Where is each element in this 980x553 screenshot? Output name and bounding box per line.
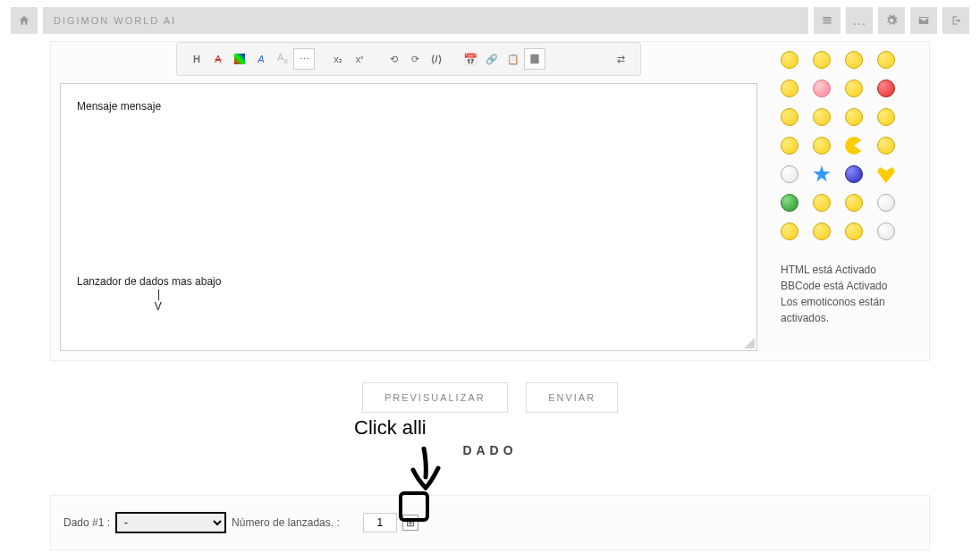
link-button[interactable]: 🔗 xyxy=(481,48,503,70)
emoji-skull[interactable] xyxy=(781,165,798,183)
font-button[interactable]: A xyxy=(207,48,229,70)
resize-handle-icon[interactable] xyxy=(744,338,755,348)
editor-status: HTML está Activado BBCode está Activado … xyxy=(781,262,925,326)
breadcrumb-text: DIGIMON WORLD AI xyxy=(54,15,176,26)
emoji-ball[interactable] xyxy=(845,165,863,183)
emoji-panel: HTML está Activado BBCode está Activado … xyxy=(777,42,929,360)
emoji-pacman[interactable] xyxy=(845,137,863,155)
throws-input[interactable] xyxy=(363,513,397,532)
status-bbcode: BBCode está Activado xyxy=(781,278,925,294)
redo-button[interactable]: ⟳ xyxy=(404,48,426,70)
ellipsis-icon: … xyxy=(852,13,866,29)
dice-select[interactable]: - xyxy=(115,512,226,533)
svg-rect-0 xyxy=(530,54,538,64)
dice-row: Dado #1 : - Número de lanzadas. : ⊞ xyxy=(50,495,930,550)
more-format-button[interactable]: ⋯ xyxy=(293,48,315,70)
more-button[interactable]: … xyxy=(846,7,873,34)
top-bar: DIGIMON WORLD AI … xyxy=(0,0,980,41)
action-row: PREVISUALIZAR ENVIAR xyxy=(50,361,930,434)
source-mode-button[interactable] xyxy=(524,48,545,70)
emoji-star[interactable] xyxy=(813,165,831,183)
undo-button[interactable]: ⟲ xyxy=(383,48,404,70)
color-button[interactable] xyxy=(229,48,250,70)
clear-format-button[interactable]: Ax xyxy=(272,48,293,70)
emoji-dizzy[interactable] xyxy=(813,194,831,212)
emoji-idea[interactable] xyxy=(813,137,831,155)
dice-label: Dado #1 : xyxy=(63,516,110,529)
emoji-grin[interactable] xyxy=(813,51,831,69)
emoji-sad[interactable] xyxy=(845,80,863,97)
emoji-blush[interactable] xyxy=(813,80,831,97)
header-button[interactable]: H xyxy=(186,48,207,70)
emoji-exclaim[interactable] xyxy=(877,108,895,126)
editor-container: Mensaje mensaje Lanzador de dados mas ab… xyxy=(60,83,757,351)
superscript-button[interactable]: x² xyxy=(349,48,370,70)
dice-section: Click alli DADO Dado #1 : - Número de la… xyxy=(50,443,930,550)
emoji-cat[interactable] xyxy=(781,108,798,126)
list-button[interactable] xyxy=(814,7,841,34)
emoji-meh[interactable] xyxy=(877,137,895,155)
emoji-heart[interactable] xyxy=(877,165,895,183)
mail-button[interactable] xyxy=(910,7,937,34)
message-textarea[interactable]: Mensaje mensaje Lanzador de dados mas ab… xyxy=(61,84,756,350)
paste-button[interactable]: 📋 xyxy=(503,48,524,70)
breadcrumb[interactable]: DIGIMON WORLD AI xyxy=(43,7,808,34)
emoji-cool[interactable] xyxy=(877,51,895,69)
header-actions: … xyxy=(814,7,969,34)
preview-button[interactable]: PREVISUALIZAR xyxy=(362,382,508,413)
subscript-button[interactable]: x₂ xyxy=(327,48,349,70)
emoji-laugh[interactable] xyxy=(845,51,863,69)
switch-mode-button[interactable]: ⇄ xyxy=(610,48,631,70)
emoji-question[interactable] xyxy=(781,137,798,155)
emoji-wink[interactable] xyxy=(781,222,798,240)
emoji-clock[interactable] xyxy=(877,194,895,212)
emoji-cry[interactable] xyxy=(845,222,863,240)
emoji-sick[interactable] xyxy=(781,194,798,212)
date-button[interactable]: 📅 xyxy=(460,48,481,70)
status-emoticons: Los emoticonos están activados. xyxy=(781,294,925,326)
settings-button[interactable] xyxy=(878,7,905,34)
emoji-angry[interactable] xyxy=(877,80,895,97)
throws-label: Número de lanzadas. : xyxy=(232,516,340,529)
editor-toolbar: H A A Ax ⋯ x₂ x² ⟲ ⟳ ⟨/⟩ xyxy=(176,42,641,76)
code-button[interactable]: ⟨/⟩ xyxy=(426,48,447,70)
send-button[interactable]: ENVIAR xyxy=(526,382,618,413)
editor-section: H A A Ax ⋯ x₂ x² ⟲ ⟳ ⟨/⟩ xyxy=(50,41,930,361)
add-dice-button[interactable]: ⊞ xyxy=(402,515,418,531)
font-a-button[interactable]: A xyxy=(250,48,272,70)
emoji-smile[interactable] xyxy=(781,51,798,69)
emoji-surprised[interactable] xyxy=(813,222,831,240)
emoji-tongue[interactable] xyxy=(781,80,798,97)
home-button[interactable] xyxy=(11,7,38,34)
emoji-confused[interactable] xyxy=(877,222,895,240)
dice-heading: DADO xyxy=(50,443,930,457)
emoji-cyclops[interactable] xyxy=(845,194,863,212)
emoji-rolleyes[interactable] xyxy=(845,108,863,126)
logout-button[interactable] xyxy=(942,7,969,34)
status-html: HTML está Activado xyxy=(781,262,925,278)
emoji-neutral[interactable] xyxy=(813,108,831,126)
